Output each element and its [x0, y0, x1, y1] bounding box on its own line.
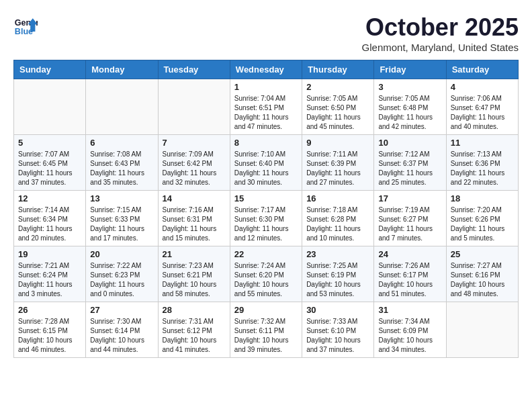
day-number: 7 — [163, 138, 226, 148]
week-row-3: 12Sunrise: 7:14 AM Sunset: 6:34 PM Dayli… — [14, 191, 519, 246]
day-cell: 18Sunrise: 7:20 AM Sunset: 6:26 PM Dayli… — [446, 191, 518, 246]
day-cell: 2Sunrise: 7:05 AM Sunset: 6:50 PM Daylig… — [302, 79, 374, 135]
day-info: Sunrise: 7:04 AM Sunset: 6:51 PM Dayligh… — [234, 94, 298, 132]
day-info: Sunrise: 7:31 AM Sunset: 6:12 PM Dayligh… — [163, 317, 226, 355]
day-info: Sunrise: 7:25 AM Sunset: 6:19 PM Dayligh… — [306, 261, 369, 299]
day-cell: 5Sunrise: 7:07 AM Sunset: 6:45 PM Daylig… — [14, 135, 86, 191]
day-cell — [86, 79, 158, 135]
day-cell — [446, 302, 518, 358]
weekday-header-friday: Friday — [374, 60, 446, 79]
week-row-2: 5Sunrise: 7:07 AM Sunset: 6:45 PM Daylig… — [14, 135, 519, 191]
day-number: 23 — [306, 249, 369, 259]
day-number: 8 — [234, 138, 298, 148]
day-number: 9 — [306, 138, 369, 148]
day-info: Sunrise: 7:26 AM Sunset: 6:17 PM Dayligh… — [378, 261, 441, 299]
day-cell: 9Sunrise: 7:11 AM Sunset: 6:39 PM Daylig… — [302, 135, 374, 191]
page-header: General Blue October 2025 Glenmont, Mary… — [13, 13, 519, 53]
day-number: 25 — [451, 249, 514, 259]
day-info: Sunrise: 7:11 AM Sunset: 6:39 PM Dayligh… — [306, 150, 369, 187]
day-info: Sunrise: 7:05 AM Sunset: 6:50 PM Dayligh… — [306, 94, 369, 132]
day-cell: 31Sunrise: 7:34 AM Sunset: 6:09 PM Dayli… — [374, 302, 446, 358]
week-row-5: 26Sunrise: 7:28 AM Sunset: 6:15 PM Dayli… — [14, 302, 519, 358]
day-cell: 12Sunrise: 7:14 AM Sunset: 6:34 PM Dayli… — [14, 191, 86, 246]
day-info: Sunrise: 7:33 AM Sunset: 6:10 PM Dayligh… — [306, 317, 369, 355]
day-number: 17 — [378, 193, 441, 203]
day-cell: 29Sunrise: 7:32 AM Sunset: 6:11 PM Dayli… — [230, 302, 302, 358]
day-number: 20 — [90, 249, 153, 259]
day-cell: 1Sunrise: 7:04 AM Sunset: 6:51 PM Daylig… — [230, 79, 302, 135]
month-title: October 2025 — [362, 13, 519, 42]
day-cell: 25Sunrise: 7:27 AM Sunset: 6:16 PM Dayli… — [446, 246, 518, 302]
day-info: Sunrise: 7:30 AM Sunset: 6:14 PM Dayligh… — [90, 317, 153, 355]
day-info: Sunrise: 7:24 AM Sunset: 6:20 PM Dayligh… — [234, 261, 298, 299]
day-info: Sunrise: 7:07 AM Sunset: 6:45 PM Dayligh… — [18, 150, 81, 187]
day-info: Sunrise: 7:17 AM Sunset: 6:30 PM Dayligh… — [234, 205, 298, 243]
weekday-header-wednesday: Wednesday — [230, 60, 302, 79]
day-number: 15 — [234, 193, 298, 203]
weekday-header-tuesday: Tuesday — [158, 60, 230, 79]
weekday-header-sunday: Sunday — [14, 60, 86, 79]
logo: General Blue — [13, 13, 38, 38]
day-info: Sunrise: 7:08 AM Sunset: 6:43 PM Dayligh… — [90, 150, 153, 187]
day-cell: 28Sunrise: 7:31 AM Sunset: 6:12 PM Dayli… — [158, 302, 230, 358]
day-cell: 16Sunrise: 7:18 AM Sunset: 6:28 PM Dayli… — [302, 191, 374, 246]
day-info: Sunrise: 7:22 AM Sunset: 6:23 PM Dayligh… — [90, 261, 153, 299]
day-info: Sunrise: 7:28 AM Sunset: 6:15 PM Dayligh… — [18, 317, 81, 355]
day-cell: 20Sunrise: 7:22 AM Sunset: 6:23 PM Dayli… — [86, 246, 158, 302]
day-cell — [158, 79, 230, 135]
day-number: 31 — [378, 305, 441, 315]
day-info: Sunrise: 7:13 AM Sunset: 6:36 PM Dayligh… — [451, 150, 514, 187]
day-number: 4 — [451, 82, 514, 92]
day-number: 11 — [451, 138, 514, 148]
day-number: 18 — [451, 193, 514, 203]
day-info: Sunrise: 7:21 AM Sunset: 6:24 PM Dayligh… — [18, 261, 81, 299]
day-info: Sunrise: 7:06 AM Sunset: 6:47 PM Dayligh… — [451, 94, 514, 132]
day-cell: 26Sunrise: 7:28 AM Sunset: 6:15 PM Dayli… — [14, 302, 86, 358]
day-cell: 27Sunrise: 7:30 AM Sunset: 6:14 PM Dayli… — [86, 302, 158, 358]
weekday-header-thursday: Thursday — [302, 60, 374, 79]
day-number: 1 — [234, 82, 298, 92]
day-info: Sunrise: 7:09 AM Sunset: 6:42 PM Dayligh… — [163, 150, 226, 187]
day-cell: 23Sunrise: 7:25 AM Sunset: 6:19 PM Dayli… — [302, 246, 374, 302]
day-number: 21 — [163, 249, 226, 259]
day-cell: 4Sunrise: 7:06 AM Sunset: 6:47 PM Daylig… — [446, 79, 518, 135]
day-info: Sunrise: 7:18 AM Sunset: 6:28 PM Dayligh… — [306, 205, 369, 243]
day-info: Sunrise: 7:19 AM Sunset: 6:27 PM Dayligh… — [378, 205, 441, 243]
calendar-table: SundayMondayTuesdayWednesdayThursdayFrid… — [13, 60, 519, 358]
day-cell: 22Sunrise: 7:24 AM Sunset: 6:20 PM Dayli… — [230, 246, 302, 302]
day-number: 29 — [234, 305, 298, 315]
title-block: October 2025 Glenmont, Maryland, United … — [362, 13, 519, 53]
day-cell: 7Sunrise: 7:09 AM Sunset: 6:42 PM Daylig… — [158, 135, 230, 191]
day-info: Sunrise: 7:23 AM Sunset: 6:21 PM Dayligh… — [163, 261, 226, 299]
day-cell: 14Sunrise: 7:16 AM Sunset: 6:31 PM Dayli… — [158, 191, 230, 246]
day-cell: 17Sunrise: 7:19 AM Sunset: 6:27 PM Dayli… — [374, 191, 446, 246]
day-number: 3 — [378, 82, 441, 92]
day-number: 19 — [18, 249, 81, 259]
day-cell — [14, 79, 86, 135]
svg-text:Blue: Blue — [15, 27, 33, 36]
day-info: Sunrise: 7:20 AM Sunset: 6:26 PM Dayligh… — [451, 205, 514, 243]
day-info: Sunrise: 7:14 AM Sunset: 6:34 PM Dayligh… — [18, 205, 81, 243]
day-number: 28 — [163, 305, 226, 315]
day-number: 5 — [18, 138, 81, 148]
day-cell: 24Sunrise: 7:26 AM Sunset: 6:17 PM Dayli… — [374, 246, 446, 302]
day-cell: 3Sunrise: 7:05 AM Sunset: 6:48 PM Daylig… — [374, 79, 446, 135]
day-info: Sunrise: 7:32 AM Sunset: 6:11 PM Dayligh… — [234, 317, 298, 355]
day-number: 26 — [18, 305, 81, 315]
day-info: Sunrise: 7:12 AM Sunset: 6:37 PM Dayligh… — [378, 150, 441, 187]
logo-icon: General Blue — [13, 13, 38, 38]
day-number: 24 — [378, 249, 441, 259]
day-cell: 6Sunrise: 7:08 AM Sunset: 6:43 PM Daylig… — [86, 135, 158, 191]
day-cell: 11Sunrise: 7:13 AM Sunset: 6:36 PM Dayli… — [446, 135, 518, 191]
day-info: Sunrise: 7:10 AM Sunset: 6:40 PM Dayligh… — [234, 150, 298, 187]
day-info: Sunrise: 7:16 AM Sunset: 6:31 PM Dayligh… — [163, 205, 226, 243]
day-number: 27 — [90, 305, 153, 315]
day-info: Sunrise: 7:15 AM Sunset: 6:33 PM Dayligh… — [90, 205, 153, 243]
weekday-header-monday: Monday — [86, 60, 158, 79]
day-info: Sunrise: 7:05 AM Sunset: 6:48 PM Dayligh… — [378, 94, 441, 132]
week-row-4: 19Sunrise: 7:21 AM Sunset: 6:24 PM Dayli… — [14, 246, 519, 302]
day-info: Sunrise: 7:27 AM Sunset: 6:16 PM Dayligh… — [451, 261, 514, 299]
weekday-header-saturday: Saturday — [446, 60, 518, 79]
day-cell: 21Sunrise: 7:23 AM Sunset: 6:21 PM Dayli… — [158, 246, 230, 302]
day-number: 30 — [306, 305, 369, 315]
